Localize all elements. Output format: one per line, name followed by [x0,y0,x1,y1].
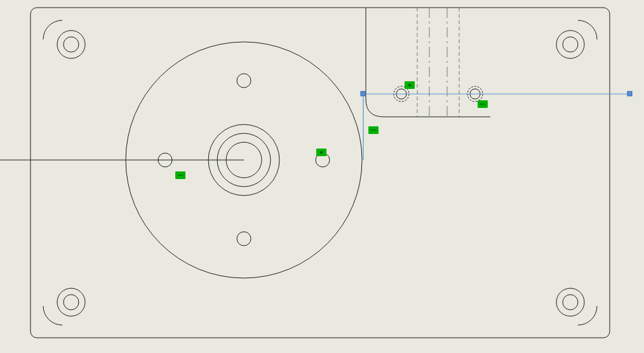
slot-lines [417,8,459,117]
svg-point-31 [320,151,323,154]
corner-fillet-br [578,306,597,325]
plate-outer-boundary [30,8,610,338]
corner-holes [57,30,584,316]
constraints [175,81,488,179]
constraint-coincident [405,81,415,89]
pocket-outline [366,8,490,117]
svg-point-12 [237,74,251,88]
svg-point-6 [556,288,584,316]
svg-point-7 [563,295,578,310]
svg-point-2 [556,30,584,58]
sketch-handle[interactable] [627,91,632,96]
sketch-handle[interactable] [361,91,365,96]
cad-sketch-view[interactable] [0,0,644,353]
svg-point-33 [408,84,411,86]
constraint-coincident [316,149,326,156]
corner-fillet-bl [43,306,62,325]
svg-point-3 [563,37,578,52]
corner-fillet-tr [578,20,597,39]
constraint-horizontal [478,100,488,108]
constraint-horizontal [175,171,185,179]
active-sketch[interactable] [361,91,632,160]
svg-point-1 [64,37,79,52]
svg-point-4 [57,288,85,316]
svg-point-5 [64,295,79,310]
constraint-horizontal [368,126,379,134]
svg-point-0 [57,30,85,58]
svg-point-13 [237,232,251,246]
